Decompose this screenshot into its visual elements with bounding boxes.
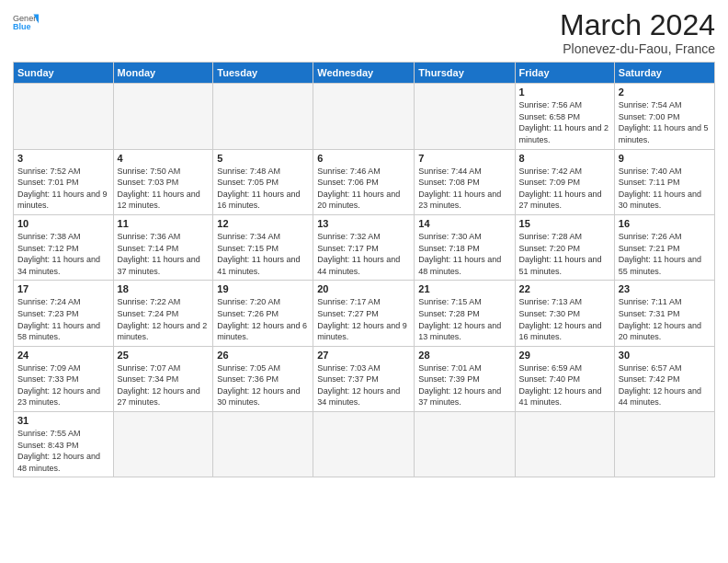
table-row: 19Sunrise: 7:20 AMSunset: 7:26 PMDayligh… bbox=[213, 281, 313, 346]
day-number: 30 bbox=[619, 350, 711, 361]
table-row: 27Sunrise: 7:03 AMSunset: 7:37 PMDayligh… bbox=[313, 346, 415, 411]
day-info: Sunrise: 7:22 AMSunset: 7:24 PMDaylight:… bbox=[118, 296, 210, 342]
table-row: 7Sunrise: 7:44 AMSunset: 7:08 PMDaylight… bbox=[415, 149, 515, 214]
table-row bbox=[113, 412, 213, 477]
day-number: 18 bbox=[118, 283, 210, 294]
calendar-week-0: 1Sunrise: 7:56 AMSunset: 6:58 PMDaylight… bbox=[14, 84, 715, 149]
day-info: Sunrise: 7:34 AMSunset: 7:15 PMDaylight:… bbox=[217, 231, 309, 277]
day-number: 2 bbox=[619, 86, 711, 98]
day-info: Sunrise: 7:26 AMSunset: 7:21 PMDaylight:… bbox=[619, 231, 711, 277]
day-info: Sunrise: 7:32 AMSunset: 7:17 PMDaylight:… bbox=[317, 231, 410, 277]
day-info: Sunrise: 7:13 AMSunset: 7:30 PMDaylight:… bbox=[519, 296, 610, 342]
day-number: 3 bbox=[17, 153, 109, 164]
col-sunday: Sunday bbox=[14, 63, 114, 84]
calendar-week-1: 3Sunrise: 7:52 AMSunset: 7:01 PMDaylight… bbox=[14, 149, 715, 214]
table-row: 14Sunrise: 7:30 AMSunset: 7:18 PMDayligh… bbox=[415, 214, 515, 280]
table-row: 13Sunrise: 7:32 AMSunset: 7:17 PMDayligh… bbox=[313, 214, 415, 280]
day-info: Sunrise: 7:54 AMSunset: 7:00 PMDaylight:… bbox=[619, 99, 711, 145]
table-row: 20Sunrise: 7:17 AMSunset: 7:27 PMDayligh… bbox=[313, 281, 415, 346]
col-friday: Friday bbox=[515, 63, 614, 84]
day-number: 24 bbox=[17, 350, 109, 361]
day-number: 22 bbox=[519, 283, 610, 294]
table-row bbox=[113, 84, 213, 149]
calendar-week-2: 10Sunrise: 7:38 AMSunset: 7:12 PMDayligh… bbox=[14, 214, 715, 280]
day-number: 8 bbox=[519, 153, 610, 164]
logo: General Blue bbox=[13, 9, 39, 35]
table-row: 28Sunrise: 7:01 AMSunset: 7:39 PMDayligh… bbox=[415, 346, 515, 411]
day-number: 5 bbox=[217, 153, 309, 164]
title-block: March 2024 Plonevez-du-Faou, France bbox=[560, 9, 715, 56]
day-number: 25 bbox=[118, 350, 210, 361]
day-info: Sunrise: 7:28 AMSunset: 7:20 PMDaylight:… bbox=[519, 231, 610, 277]
day-number: 21 bbox=[418, 283, 510, 294]
table-row: 8Sunrise: 7:42 AMSunset: 7:09 PMDaylight… bbox=[515, 149, 614, 214]
day-info: Sunrise: 7:46 AMSunset: 7:06 PMDaylight:… bbox=[317, 166, 410, 212]
table-row: 5Sunrise: 7:48 AMSunset: 7:05 PMDaylight… bbox=[213, 149, 313, 214]
table-row bbox=[213, 412, 313, 477]
calendar-header-row: Sunday Monday Tuesday Wednesday Thursday… bbox=[14, 63, 715, 84]
table-row: 21Sunrise: 7:15 AMSunset: 7:28 PMDayligh… bbox=[415, 281, 515, 346]
calendar-title: March 2024 bbox=[560, 9, 715, 41]
calendar-subtitle: Plonevez-du-Faou, France bbox=[560, 41, 715, 56]
day-info: Sunrise: 7:11 AMSunset: 7:31 PMDaylight:… bbox=[619, 296, 711, 342]
table-row bbox=[614, 412, 714, 477]
day-number: 10 bbox=[17, 218, 109, 229]
day-info: Sunrise: 6:57 AMSunset: 7:42 PMDaylight:… bbox=[619, 362, 711, 408]
day-info: Sunrise: 7:52 AMSunset: 7:01 PMDaylight:… bbox=[17, 166, 109, 212]
day-number: 17 bbox=[17, 283, 109, 294]
table-row: 3Sunrise: 7:52 AMSunset: 7:01 PMDaylight… bbox=[14, 149, 114, 214]
table-row: 1Sunrise: 7:56 AMSunset: 6:58 PMDaylight… bbox=[515, 84, 614, 149]
day-number: 26 bbox=[217, 350, 309, 361]
day-number: 31 bbox=[17, 415, 109, 426]
day-info: Sunrise: 7:48 AMSunset: 7:05 PMDaylight:… bbox=[217, 166, 309, 212]
day-info: Sunrise: 7:05 AMSunset: 7:36 PMDaylight:… bbox=[217, 362, 309, 408]
table-row bbox=[515, 412, 614, 477]
col-wednesday: Wednesday bbox=[313, 63, 415, 84]
table-row: 22Sunrise: 7:13 AMSunset: 7:30 PMDayligh… bbox=[515, 281, 614, 346]
day-number: 28 bbox=[418, 350, 510, 361]
day-number: 1 bbox=[519, 86, 610, 98]
table-row: 9Sunrise: 7:40 AMSunset: 7:11 PMDaylight… bbox=[614, 149, 714, 214]
table-row: 4Sunrise: 7:50 AMSunset: 7:03 PMDaylight… bbox=[113, 149, 213, 214]
day-info: Sunrise: 7:44 AMSunset: 7:08 PMDaylight:… bbox=[418, 166, 510, 212]
day-info: Sunrise: 7:50 AMSunset: 7:03 PMDaylight:… bbox=[118, 166, 210, 212]
table-row: 23Sunrise: 7:11 AMSunset: 7:31 PMDayligh… bbox=[614, 281, 714, 346]
day-info: Sunrise: 7:42 AMSunset: 7:09 PMDaylight:… bbox=[519, 166, 610, 212]
table-row bbox=[14, 84, 114, 149]
day-number: 23 bbox=[619, 283, 711, 294]
day-info: Sunrise: 7:36 AMSunset: 7:14 PMDaylight:… bbox=[118, 231, 210, 277]
table-row: 26Sunrise: 7:05 AMSunset: 7:36 PMDayligh… bbox=[213, 346, 313, 411]
day-number: 20 bbox=[317, 283, 410, 294]
table-row bbox=[213, 84, 313, 149]
day-number: 6 bbox=[317, 153, 410, 164]
calendar-week-3: 17Sunrise: 7:24 AMSunset: 7:23 PMDayligh… bbox=[14, 281, 715, 346]
table-row: 10Sunrise: 7:38 AMSunset: 7:12 PMDayligh… bbox=[14, 214, 114, 280]
table-row: 12Sunrise: 7:34 AMSunset: 7:15 PMDayligh… bbox=[213, 214, 313, 280]
day-info: Sunrise: 7:30 AMSunset: 7:18 PMDaylight:… bbox=[418, 231, 510, 277]
table-row: 24Sunrise: 7:09 AMSunset: 7:33 PMDayligh… bbox=[14, 346, 114, 411]
table-row: 30Sunrise: 6:57 AMSunset: 7:42 PMDayligh… bbox=[614, 346, 714, 411]
table-row: 16Sunrise: 7:26 AMSunset: 7:21 PMDayligh… bbox=[614, 214, 714, 280]
day-info: Sunrise: 7:24 AMSunset: 7:23 PMDaylight:… bbox=[17, 296, 109, 342]
day-info: Sunrise: 7:38 AMSunset: 7:12 PMDaylight:… bbox=[17, 231, 109, 277]
svg-text:Blue: Blue bbox=[13, 22, 31, 31]
day-number: 15 bbox=[519, 218, 610, 229]
col-saturday: Saturday bbox=[614, 63, 714, 84]
day-number: 13 bbox=[317, 218, 410, 229]
day-number: 9 bbox=[619, 153, 711, 164]
table-row: 2Sunrise: 7:54 AMSunset: 7:00 PMDaylight… bbox=[614, 84, 714, 149]
col-thursday: Thursday bbox=[415, 63, 515, 84]
table-row: 11Sunrise: 7:36 AMSunset: 7:14 PMDayligh… bbox=[113, 214, 213, 280]
calendar-week-4: 24Sunrise: 7:09 AMSunset: 7:33 PMDayligh… bbox=[14, 346, 715, 411]
day-info: Sunrise: 6:59 AMSunset: 7:40 PMDaylight:… bbox=[519, 362, 610, 408]
col-tuesday: Tuesday bbox=[213, 63, 313, 84]
header: General Blue March 2024 Plonevez-du-Faou… bbox=[13, 9, 715, 56]
day-number: 7 bbox=[418, 153, 510, 164]
day-number: 19 bbox=[217, 283, 309, 294]
table-row bbox=[313, 412, 415, 477]
day-number: 16 bbox=[619, 218, 711, 229]
day-info: Sunrise: 7:56 AMSunset: 6:58 PMDaylight:… bbox=[519, 99, 610, 145]
table-row: 6Sunrise: 7:46 AMSunset: 7:06 PMDaylight… bbox=[313, 149, 415, 214]
col-monday: Monday bbox=[113, 63, 213, 84]
table-row bbox=[313, 84, 415, 149]
